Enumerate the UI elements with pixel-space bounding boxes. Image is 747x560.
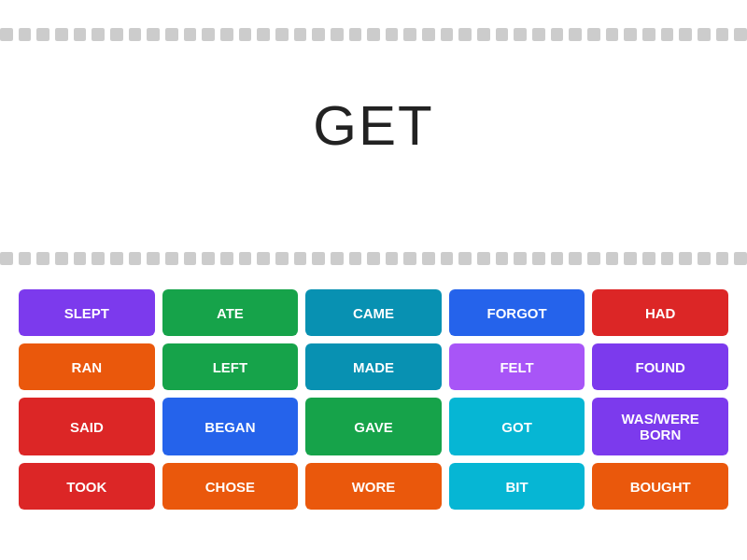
title-area: GET	[0, 93, 747, 158]
top-dashed-line	[0, 26, 747, 43]
word-button[interactable]: TOOK	[19, 463, 155, 510]
word-button[interactable]: FELT	[449, 343, 585, 390]
word-button[interactable]: MADE	[305, 343, 442, 390]
word-button[interactable]: CAME	[305, 289, 442, 336]
word-button[interactable]: BOUGHT	[592, 463, 728, 510]
word-button[interactable]: BIT	[449, 463, 585, 510]
word-buttons-grid: SLEPTATECAMEFORGOTHADRANLEFTMADEFELTFOUN…	[19, 280, 728, 510]
word-button[interactable]: FOUND	[592, 343, 728, 390]
word-button[interactable]: SAID	[19, 398, 155, 455]
word-button[interactable]: ATE	[162, 289, 299, 336]
word-button[interactable]: WAS/WERE BORN	[592, 398, 728, 455]
page-title: GET	[0, 93, 747, 158]
word-button[interactable]: WORE	[305, 463, 442, 510]
word-button[interactable]: RAN	[19, 343, 155, 390]
word-button[interactable]: GAVE	[305, 398, 442, 455]
middle-dashed-line	[0, 250, 747, 267]
word-button[interactable]: LEFT	[162, 343, 299, 390]
word-button[interactable]: CHOSE	[162, 463, 299, 510]
word-button[interactable]: HAD	[592, 289, 728, 336]
word-button[interactable]: FORGOT	[449, 289, 585, 336]
word-button[interactable]: BEGAN	[162, 398, 299, 455]
word-button[interactable]: SLEPT	[19, 289, 155, 336]
word-button[interactable]: GOT	[449, 398, 585, 455]
